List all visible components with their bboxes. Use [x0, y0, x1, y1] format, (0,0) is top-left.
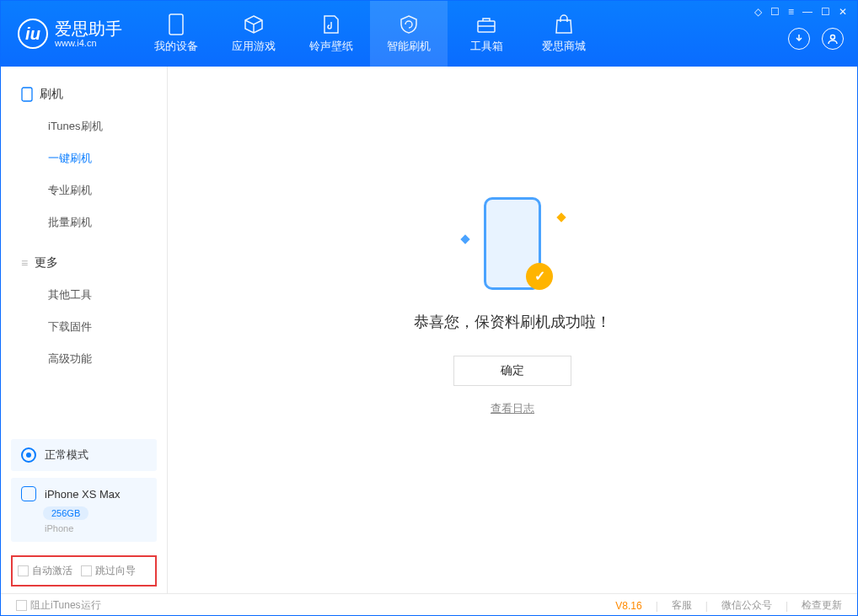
ok-button[interactable]: 确定: [453, 356, 571, 386]
success-message: 恭喜您，保资料刷机成功啦！: [414, 312, 611, 332]
minimize-button[interactable]: —: [802, 6, 812, 18]
phone-icon: [165, 13, 187, 35]
flash-options-highlighted: 自动激活 跳过向导: [11, 555, 157, 587]
main-content: ✓ 恭喜您，保资料刷机成功啦！ 确定 查看日志: [168, 67, 857, 593]
app-header: iu 爱思助手 www.i4.cn 我的设备 应用游戏 铃声壁纸 智能刷机 工具…: [1, 1, 857, 67]
tab-tools[interactable]: 工具箱: [448, 1, 525, 67]
tab-apps[interactable]: 应用游戏: [215, 1, 292, 67]
sidebar-item-other[interactable]: 其他工具: [1, 279, 167, 311]
bag-icon: [553, 13, 575, 35]
menu-icon[interactable]: ≡: [788, 6, 794, 18]
version-label: V8.16: [615, 600, 641, 612]
tab-store[interactable]: 爱思商城: [525, 1, 603, 67]
footer: 阻止iTunes运行 V8.16 | 客服 | 微信公众号 | 检查更新: [1, 593, 857, 616]
skip-guide-checkbox[interactable]: 跳过向导: [81, 564, 136, 578]
cube-icon: [243, 13, 265, 35]
feedback-icon[interactable]: ☐: [770, 6, 780, 18]
phone-small-icon: [21, 87, 33, 102]
window-controls: ◇ ☐ ≡ — ☐ ✕: [754, 6, 847, 18]
toolbox-icon: [475, 13, 497, 35]
device-card[interactable]: iPhone XS Max 256GB iPhone: [11, 478, 157, 542]
auto-activate-checkbox[interactable]: 自动激活: [18, 564, 72, 578]
success-illustration: ✓: [453, 194, 571, 295]
maximize-button[interactable]: ☐: [821, 6, 830, 18]
sidebar-item-advanced[interactable]: 高级功能: [1, 343, 167, 375]
tab-flash[interactable]: 智能刷机: [370, 1, 448, 67]
svg-rect-0: [169, 14, 183, 35]
sidebar-item-batch[interactable]: 批量刷机: [1, 206, 167, 238]
device-type: iPhone: [45, 523, 147, 533]
wechat-link[interactable]: 微信公众号: [721, 598, 772, 613]
block-itunes-checkbox[interactable]: 阻止iTunes运行: [16, 598, 101, 613]
tab-wallpaper[interactable]: 铃声壁纸: [292, 1, 370, 67]
sidebar-group-more: ≡ 更多: [1, 247, 167, 279]
list-icon: ≡: [21, 256, 28, 270]
close-button[interactable]: ✕: [839, 6, 847, 18]
view-log-link[interactable]: 查看日志: [491, 401, 534, 416]
logo-icon: iu: [18, 19, 48, 49]
check-update-link[interactable]: 检查更新: [802, 598, 842, 613]
device-icon: [21, 486, 36, 501]
logo: iu 爱思助手 www.i4.cn: [1, 1, 137, 67]
mode-icon: [21, 447, 36, 463]
main-tabs: 我的设备 应用游戏 铃声壁纸 智能刷机 工具箱 爱思商城: [137, 1, 754, 67]
svg-point-3: [831, 35, 835, 40]
status-mode-card[interactable]: 正常模式: [11, 439, 157, 471]
app-url: www.i4.cn: [55, 38, 122, 48]
download-button[interactable]: [788, 28, 810, 50]
storage-badge: 256GB: [43, 506, 88, 520]
sidebar: 刷机 iTunes刷机 一键刷机 专业刷机 批量刷机 ≡ 更多 其他工具 下载固…: [1, 67, 168, 593]
sidebar-item-itunes[interactable]: iTunes刷机: [1, 110, 167, 142]
tab-device[interactable]: 我的设备: [137, 1, 215, 67]
support-link[interactable]: 客服: [672, 598, 692, 613]
device-name: iPhone XS Max: [45, 488, 121, 501]
svg-rect-4: [22, 88, 32, 101]
skin-icon[interactable]: ◇: [754, 6, 762, 18]
sidebar-item-firmware[interactable]: 下载固件: [1, 311, 167, 343]
music-file-icon: [320, 13, 342, 35]
check-icon: ✓: [526, 263, 553, 290]
sidebar-item-pro[interactable]: 专业刷机: [1, 174, 167, 206]
sidebar-item-oneclick[interactable]: 一键刷机: [1, 142, 167, 174]
refresh-shield-icon: [398, 13, 420, 35]
user-button[interactable]: [822, 28, 844, 50]
sidebar-group-flash: 刷机: [1, 78, 167, 110]
app-name: 爱思助手: [55, 19, 122, 38]
